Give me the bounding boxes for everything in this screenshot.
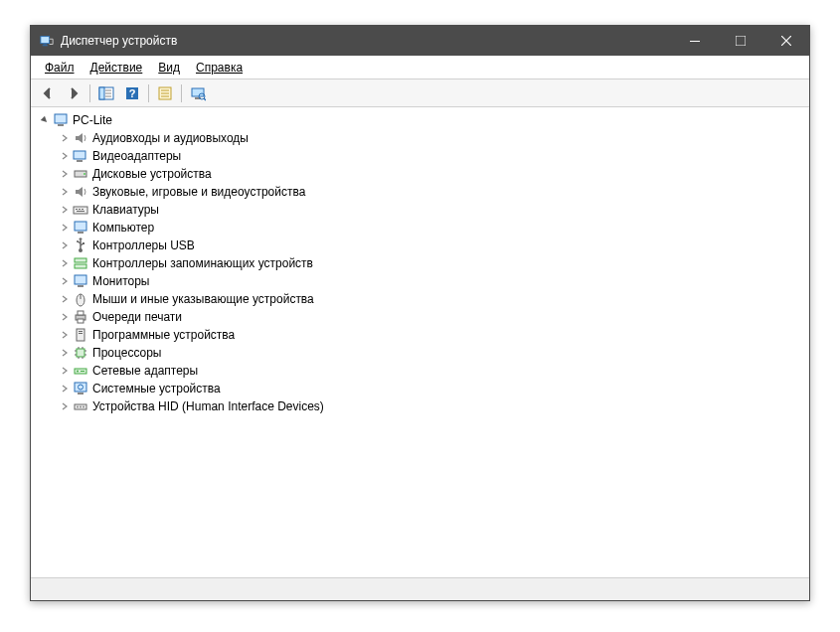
tree-item-cpu[interactable]: Процессоры bbox=[31, 344, 809, 362]
expander-closed-icon[interactable] bbox=[59, 239, 71, 251]
tree-item-mouse[interactable]: Мыши и иные указывающие устройства bbox=[31, 290, 809, 308]
close-button[interactable] bbox=[763, 26, 809, 56]
tree-item-label: Очереди печати bbox=[92, 308, 182, 326]
minimize-button[interactable] bbox=[672, 26, 718, 56]
tree-item-computer[interactable]: Компьютер bbox=[31, 219, 809, 237]
tree-item-disk[interactable]: Дисковые устройства bbox=[31, 165, 809, 183]
menu-view[interactable]: Вид bbox=[150, 59, 188, 77]
tree-item-usb[interactable]: Контроллеры USB bbox=[31, 237, 809, 254]
expander-closed-icon[interactable] bbox=[59, 329, 71, 341]
svg-rect-29 bbox=[82, 209, 84, 210]
storage-icon bbox=[73, 255, 88, 271]
expander-closed-icon[interactable] bbox=[59, 347, 71, 359]
print-icon bbox=[73, 309, 88, 325]
tree-item-storage[interactable]: Контроллеры запоминающих устройств bbox=[31, 254, 809, 272]
tree-item-video[interactable]: Видеоадаптеры bbox=[31, 147, 809, 165]
svg-rect-61 bbox=[75, 383, 86, 392]
scan-hardware-button[interactable] bbox=[186, 82, 210, 104]
svg-point-65 bbox=[77, 406, 79, 408]
expander-closed-icon[interactable] bbox=[59, 222, 71, 234]
properties-button[interactable] bbox=[153, 82, 177, 104]
show-hide-tree-button[interactable] bbox=[94, 82, 118, 104]
tree-item-sound[interactable]: Звуковые, игровые и видеоустройства bbox=[31, 183, 809, 201]
expander-closed-icon[interactable] bbox=[59, 132, 71, 144]
tree-item-keyboard[interactable]: Клавиатуры bbox=[31, 201, 809, 219]
maximize-button[interactable] bbox=[718, 26, 763, 56]
tree-item-hid[interactable]: Устройства HID (Human Interface Devices) bbox=[31, 397, 809, 415]
expander-open-icon[interactable] bbox=[39, 114, 51, 126]
menu-file[interactable]: Файл bbox=[37, 59, 83, 77]
svg-rect-46 bbox=[77, 329, 84, 341]
audio-icon bbox=[73, 130, 88, 146]
tree-item-label: Сетевые адаптеры bbox=[92, 362, 198, 380]
expander-closed-icon[interactable] bbox=[59, 311, 71, 323]
svg-rect-36 bbox=[83, 242, 84, 244]
computer-icon bbox=[73, 220, 88, 236]
expander-closed-icon[interactable] bbox=[59, 150, 71, 162]
expander-closed-icon[interactable] bbox=[59, 257, 71, 269]
tree-item-label: Контроллеры USB bbox=[92, 237, 195, 254]
svg-rect-60 bbox=[81, 371, 84, 372]
tree-item-label: Устройства HID (Human Interface Devices) bbox=[92, 397, 324, 415]
help-button[interactable]: ? bbox=[120, 82, 144, 104]
svg-rect-27 bbox=[76, 209, 78, 210]
expander-closed-icon[interactable] bbox=[59, 186, 71, 198]
svg-rect-4 bbox=[736, 36, 746, 46]
expander-closed-icon[interactable] bbox=[59, 204, 71, 216]
svg-rect-49 bbox=[77, 349, 84, 357]
svg-rect-44 bbox=[78, 311, 84, 315]
tree-item-network[interactable]: Сетевые адаптеры bbox=[31, 362, 809, 380]
tree-item-print[interactable]: Очереди печати bbox=[31, 308, 809, 326]
tree-item-system[interactable]: Системные устройства bbox=[31, 380, 809, 397]
svg-rect-32 bbox=[78, 232, 84, 234]
device-tree-panel[interactable]: PC-Lite Аудиовходы и аудиовыходыВидеоада… bbox=[31, 107, 809, 578]
expander-closed-icon[interactable] bbox=[59, 383, 71, 395]
svg-line-19 bbox=[204, 98, 206, 100]
tree-item-monitor[interactable]: Мониторы bbox=[31, 272, 809, 290]
tree-item-label: Видеоадаптеры bbox=[92, 147, 181, 165]
tree-item-audio[interactable]: Аудиовходы и аудиовыходы bbox=[31, 129, 809, 147]
svg-rect-3 bbox=[690, 41, 700, 42]
software-icon bbox=[73, 327, 88, 343]
svg-rect-21 bbox=[58, 124, 64, 126]
titlebar: Диспетчер устройств bbox=[31, 26, 809, 56]
svg-rect-2 bbox=[43, 45, 48, 46]
svg-rect-23 bbox=[77, 160, 83, 162]
expander-closed-icon[interactable] bbox=[59, 275, 71, 287]
tree-item-software[interactable]: Программные устройства bbox=[31, 326, 809, 344]
expander-closed-icon[interactable] bbox=[59, 400, 71, 412]
svg-rect-20 bbox=[55, 114, 67, 123]
svg-point-67 bbox=[83, 406, 84, 408]
tree-item-label: Звуковые, игровые и видеоустройства bbox=[92, 183, 305, 201]
menu-action[interactable]: Действие bbox=[83, 59, 151, 77]
expander-closed-icon[interactable] bbox=[59, 168, 71, 180]
tree-item-label: Дисковые устройства bbox=[92, 165, 212, 183]
hid-icon bbox=[73, 398, 88, 414]
tree-item-label: Контроллеры запоминающих устройств bbox=[92, 254, 313, 272]
svg-rect-37 bbox=[75, 258, 86, 262]
forward-button[interactable] bbox=[62, 82, 85, 104]
mouse-icon bbox=[73, 291, 88, 307]
expander-closed-icon[interactable] bbox=[59, 293, 71, 305]
device-tree: PC-Lite Аудиовходы и аудиовыходыВидеоада… bbox=[31, 111, 809, 415]
tree-item-label: Аудиовходы и аудиовыходы bbox=[92, 129, 249, 147]
svg-rect-6 bbox=[99, 87, 104, 99]
svg-point-35 bbox=[77, 240, 79, 242]
back-button[interactable] bbox=[36, 82, 60, 104]
tree-item-label: Мыши и иные указывающие устройства bbox=[92, 290, 314, 308]
tree-item-label: Системные устройства bbox=[92, 380, 221, 397]
monitor-icon bbox=[73, 273, 88, 289]
svg-rect-45 bbox=[78, 319, 84, 323]
expander-closed-icon[interactable] bbox=[59, 365, 71, 377]
computer-icon bbox=[53, 112, 69, 128]
svg-rect-26 bbox=[74, 207, 87, 214]
statusbar bbox=[31, 578, 809, 600]
menu-help[interactable]: Справка bbox=[188, 59, 251, 77]
svg-rect-30 bbox=[77, 211, 84, 212]
tree-root[interactable]: PC-Lite bbox=[31, 111, 809, 129]
window-controls bbox=[672, 26, 809, 56]
svg-rect-16 bbox=[192, 88, 204, 96]
toolbar-separator bbox=[181, 84, 182, 102]
tree-item-label: Клавиатуры bbox=[92, 201, 159, 219]
svg-rect-38 bbox=[75, 264, 86, 268]
